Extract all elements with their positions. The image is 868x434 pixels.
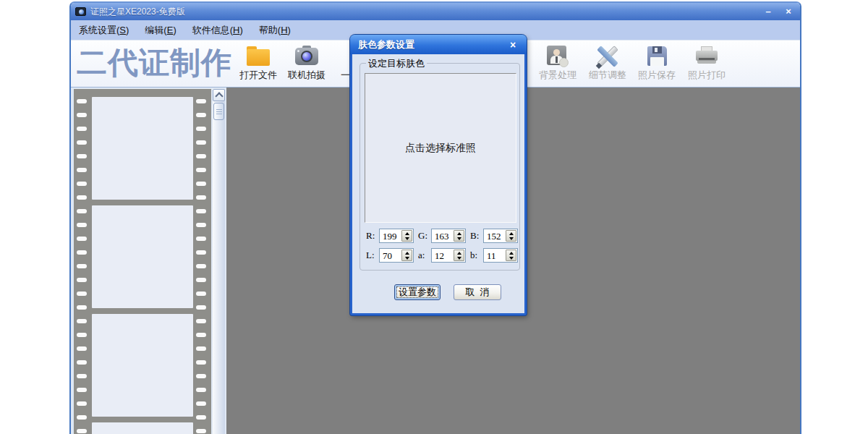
menu-item-help[interactable]: 帮助(H) [257, 22, 293, 38]
arrow-up-icon [405, 252, 409, 255]
film-perforation [196, 374, 206, 378]
arrow-up-icon [457, 252, 461, 255]
film-perforation [196, 113, 206, 117]
film-perforation [77, 278, 87, 282]
spinner-B: B: 152 [470, 229, 518, 243]
film-perforation [77, 305, 87, 310]
film-perforation [77, 264, 87, 268]
filmstrip [74, 89, 211, 434]
dialog-titlebar[interactable]: 肤色参数设置 × [350, 35, 527, 54]
skin-color-settings-dialog: 肤色参数设置 × 设定目标肤色 点击选择标准照 R: 199 G: 163 B: [350, 35, 527, 315]
chevron-up-icon [215, 92, 223, 100]
spinner-b-arrows[interactable] [506, 250, 516, 261]
film-perforation [196, 429, 206, 433]
spinner-a-arrows[interactable] [454, 250, 464, 261]
film-perforation [77, 388, 87, 392]
film-perforation [196, 319, 206, 323]
film-perforation [77, 429, 87, 433]
film-perforation [77, 374, 87, 378]
film-perforation [77, 154, 87, 158]
arrow-down-icon [509, 237, 514, 240]
film-perforation [77, 140, 87, 145]
background-person-icon [547, 46, 569, 67]
film-perforation [196, 209, 206, 213]
menu-item-system-settings[interactable]: 系统设置(S) [77, 22, 131, 38]
minimize-icon[interactable]: – [761, 4, 775, 19]
arrow-down-icon [457, 237, 461, 240]
arrow-up-icon [457, 232, 461, 235]
film-perforation [77, 113, 87, 117]
film-perforation [77, 195, 87, 200]
spinner-R: R: 199 [366, 229, 414, 243]
film-perforation [196, 333, 206, 337]
filmstrip-frame [92, 205, 193, 308]
menu-item-software-info[interactable]: 软件信息(H) [190, 22, 245, 38]
menu-item-edit[interactable]: 编辑(E) [142, 22, 178, 38]
groupbox-label: 设定目标肤色 [366, 57, 427, 70]
app-camera-icon [75, 7, 86, 16]
film-perforation [77, 209, 87, 213]
app-logo-title: 二代证制作 [77, 43, 232, 82]
spinner-L-arrows[interactable] [401, 250, 412, 261]
standard-photo-picker[interactable]: 点击选择标准照 [365, 73, 516, 223]
spinner-L: L: 70 [366, 248, 414, 263]
scrollbar-thumb[interactable] [213, 103, 224, 120]
film-perforation [196, 278, 206, 282]
film-perforation [196, 401, 206, 406]
toolbar-button-save-photo[interactable]: 照片保存 [628, 43, 686, 86]
film-perforation [196, 154, 206, 158]
spinner-b-value[interactable]: 11 [484, 249, 505, 262]
film-perforation [196, 140, 206, 145]
pencil-ruler-icon [596, 45, 619, 68]
sidebar-scrollbar[interactable] [213, 89, 225, 434]
film-perforation [77, 360, 87, 365]
close-icon[interactable]: × [781, 4, 796, 19]
printer-icon [695, 46, 718, 67]
toolbar-button-camera-capture[interactable]: 联机拍摄 [278, 43, 336, 86]
folder-icon [247, 46, 270, 66]
arrow-up-icon [509, 232, 514, 235]
film-perforation [196, 305, 206, 310]
film-perforation [196, 127, 206, 131]
dialog-title: 肤色参数设置 [358, 38, 414, 51]
window-titlebar[interactable]: 证照之星XE2023-免费版 – × [71, 3, 800, 20]
filmstrip-frame [92, 97, 193, 200]
floppy-save-icon [647, 46, 667, 66]
toolbar-button-print-photo[interactable]: 照片打印 [678, 43, 736, 86]
spinner-G-value[interactable]: 163 [432, 229, 453, 242]
scroll-up-button[interactable] [213, 89, 225, 101]
film-perforation [77, 346, 87, 351]
toolbar-button-background[interactable]: 背景处理 [529, 43, 587, 86]
spinner-B-arrows[interactable] [506, 230, 516, 242]
dialog-body: 设定目标肤色 点击选择标准照 R: 199 G: 163 B: 152 [352, 54, 524, 313]
film-perforation [196, 292, 206, 296]
film-perforation [196, 250, 206, 255]
focus-ring [396, 286, 438, 298]
arrow-up-icon [405, 232, 409, 235]
film-perforation [196, 99, 206, 103]
film-perforation [196, 264, 206, 268]
film-perforation [77, 168, 87, 172]
film-perforation [196, 237, 206, 241]
spinner-R-value[interactable]: 199 [380, 229, 401, 242]
target-skin-groupbox: 设定目标肤色 点击选择标准照 R: 199 G: 163 B: 152 [359, 63, 520, 271]
spinner-R-arrows[interactable] [401, 230, 412, 242]
spinner-G-arrows[interactable] [454, 230, 464, 242]
film-perforation [77, 319, 87, 323]
film-perforation [196, 388, 206, 392]
spinner-B-value[interactable]: 152 [484, 229, 505, 242]
film-perforation [77, 127, 87, 131]
film-perforation [77, 182, 87, 186]
set-parameters-button[interactable]: 设置参数 [394, 284, 441, 300]
spinner-G: G: 163 [418, 229, 466, 243]
spinner-a: a: 12 [418, 248, 466, 263]
spinner-a-value[interactable]: 12 [432, 249, 453, 262]
window-title: 证照之星XE2023-免费版 [90, 6, 185, 18]
film-perforation [77, 250, 87, 255]
dialog-close-icon[interactable]: × [507, 39, 519, 51]
film-perforation [77, 99, 87, 103]
spinner-L-value[interactable]: 70 [380, 249, 401, 262]
arrow-down-icon [509, 257, 514, 260]
film-perforation [196, 223, 206, 227]
cancel-button[interactable]: 取 消 [454, 284, 501, 300]
